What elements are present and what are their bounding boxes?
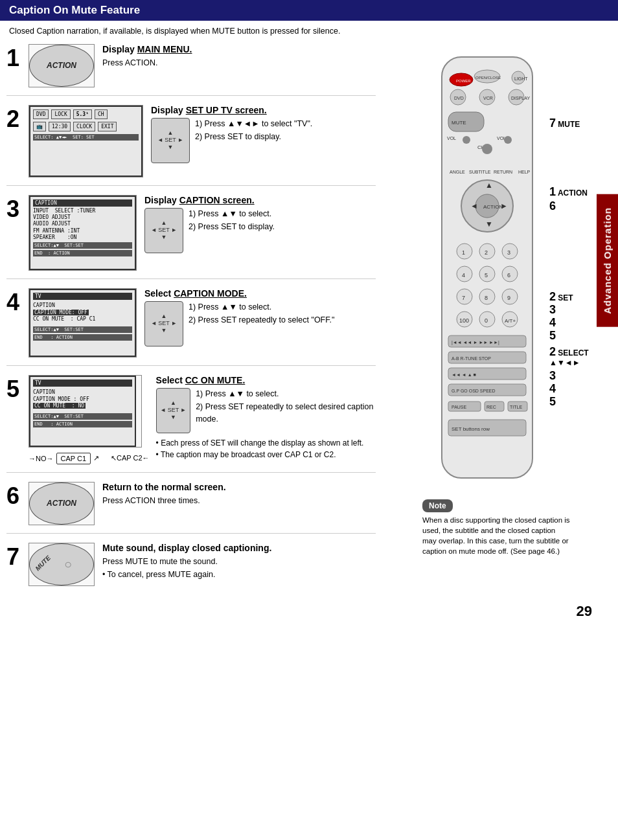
step-1-content: Display MAIN MENU. Press ACTION. xyxy=(102,44,376,69)
step-4-body: 1) Press ▲▼ to select. 2) Press SET repe… xyxy=(189,301,334,328)
remote-label-action: 1 ACTION xyxy=(549,185,588,199)
svg-text:◄◄  ◄  ▲  ■: ◄◄ ◄ ▲ ■ xyxy=(452,372,476,377)
step-1: 1 ACTION Display MAIN MENU. Press ACTION… xyxy=(6,44,376,96)
step-4-title: Select CAPTION MODE. xyxy=(144,288,376,299)
step-5-title: Select CC ON MUTE. xyxy=(156,375,376,385)
step-4-image: TV CAPTION CAPTION MODE: OFF CC ON MUTE … xyxy=(29,288,137,358)
svg-text:VCR: VCR xyxy=(483,96,493,100)
remote-column: POWER OPEN/CLOSE LIGHT DVD VCR DISPLAY M… xyxy=(382,44,612,603)
intro-text: Closed Caption narration, if available, … xyxy=(0,26,618,44)
step-5-left: TV CAPTION CAPTION MODE : OFF CC ON MUTE… xyxy=(29,375,150,464)
svg-text:HELP: HELP xyxy=(518,170,531,174)
step-2-content: Display SET UP TV screen. ▲◄ SET ►▼ 1) P… xyxy=(151,105,376,163)
step-4-sub: ▲◄ SET ►▼ 1) Press ▲▼ to select. 2) Pres… xyxy=(144,301,376,346)
nav-buttons-img-3: ▲◄ SET ►▼ xyxy=(144,208,183,253)
step-6-title: Return to the normal screen. xyxy=(102,482,376,492)
step-7-title: Mute sound, display closed captioning. xyxy=(102,543,376,553)
action-button-img-6: ACTION xyxy=(29,482,94,525)
svg-text:OPEN/CLOSE: OPEN/CLOSE xyxy=(475,76,501,80)
main-layout: 1 ACTION Display MAIN MENU. Press ACTION… xyxy=(0,44,618,603)
remote-label-4b: 4 xyxy=(549,382,556,396)
svg-text:5: 5 xyxy=(485,272,488,278)
svg-text:REC: REC xyxy=(486,405,496,409)
nav-buttons-img: ▲◄ SET ►▼ xyxy=(151,118,190,163)
step-2-image: DVD LOCK 5.3¹ CH 📺 12:30 CLOCK EXIT SELE… xyxy=(29,105,143,177)
step-3-title: Display CAPTION screen. xyxy=(144,195,376,205)
step-2-body: 1) Press ▲▼◄► to select "TV". 2) Press S… xyxy=(195,118,312,145)
step-5-image: TV CAPTION CAPTION MODE : OFF CC ON MUTE… xyxy=(29,375,142,448)
step-1-title: Display MAIN MENU. xyxy=(102,44,376,54)
step-6-image: ACTION xyxy=(29,482,95,525)
caption-screen: CAPTION INPUT SELECT :TUNER VIDEO ADJUST… xyxy=(29,196,136,270)
note-label: Note xyxy=(422,499,453,512)
remote-label-set: 2 SET xyxy=(549,290,573,304)
page-number: 29 xyxy=(0,603,618,626)
svg-text:4: 4 xyxy=(462,272,465,278)
step-2: 2 DVD LOCK 5.3¹ CH 📺 12:30 CLOCK EXIT xyxy=(6,105,376,186)
svg-text:SUBTITLE: SUBTITLE xyxy=(469,170,491,174)
remote-diagram-wrapper: POWER OPEN/CLOSE LIGHT DVD VCR DISPLAY M… xyxy=(422,44,571,603)
svg-point-16 xyxy=(463,136,470,144)
svg-text:VOL: VOL xyxy=(447,136,456,141)
menu-screen: DVD LOCK 5.3¹ CH 📺 12:30 CLOCK EXIT SELE… xyxy=(29,106,143,177)
step-2-number: 2 xyxy=(6,108,25,131)
nav-buttons-img-4: ▲◄ SET ►▼ xyxy=(144,301,183,346)
remote-label-arrows: ▲▼◄► xyxy=(549,358,580,367)
cc-mute-screen: TV CAPTION CAPTION MODE : OFF CC ON MUTE… xyxy=(29,376,136,447)
svg-text:RETURN: RETURN xyxy=(494,170,512,174)
svg-text:DVD: DVD xyxy=(454,96,464,100)
svg-text:◄: ◄ xyxy=(470,201,478,210)
mute-button-img: MUTE ○ xyxy=(29,543,94,585)
cycle-diagram: →NO→ CAP C1 ↗ ↖CAP C2← xyxy=(29,453,150,464)
svg-text:ANGLE: ANGLE xyxy=(450,170,465,174)
step-3-sub: ▲◄ SET ►▼ 1) Press ▲▼ to select. 2) Pres… xyxy=(144,208,376,253)
remote-label-select: 2 SELECT xyxy=(549,345,589,359)
svg-text:►: ► xyxy=(500,201,508,210)
step-3-image: CAPTION INPUT SELECT :TUNER VIDEO ADJUST… xyxy=(29,195,137,271)
step-6-content: Return to the normal screen. Press ACTIO… xyxy=(102,482,376,507)
step-2-title: Display SET UP TV screen. xyxy=(151,105,376,115)
remote-label-3: 3 xyxy=(549,303,556,317)
svg-point-18 xyxy=(504,136,512,144)
svg-text:9: 9 xyxy=(507,295,510,301)
step-3-number: 3 xyxy=(6,198,25,221)
svg-text:A-B  R-TUNE  STOP: A-B R-TUNE STOP xyxy=(452,356,491,361)
step-1-body: Press ACTION. xyxy=(102,57,376,69)
header-title: Caption On Mute Feature xyxy=(9,4,140,16)
step-5-body: 1) Press ▲▼ to select. 2) Press SET repe… xyxy=(196,388,376,427)
svg-text:MUTE: MUTE xyxy=(452,120,466,126)
step-3-content: Display CAPTION screen. ▲◄ SET ►▼ 1) Pre… xyxy=(144,195,376,253)
step-4-content: Select CAPTION MODE. ▲◄ SET ►▼ 1) Press … xyxy=(144,288,376,346)
svg-text:6: 6 xyxy=(507,272,510,278)
step-5-content: Select CC ON MUTE. ▲◄ SET ►▼ 1) Press ▲▼… xyxy=(156,375,376,460)
remote-label-3b: 3 xyxy=(549,369,556,383)
page-header: Caption On Mute Feature xyxy=(0,0,618,21)
step-3-body: 1) Press ▲▼ to select. 2) Press SET to d… xyxy=(189,208,275,235)
step-7-number: 7 xyxy=(6,545,25,569)
svg-text:PAUSE: PAUSE xyxy=(452,405,467,409)
step-7-body: Press MUTE to mute the sound. • To cance… xyxy=(102,556,376,582)
svg-text:▼: ▼ xyxy=(485,220,493,229)
remote-label-6: 6 xyxy=(549,199,556,213)
step-4-number: 4 xyxy=(6,291,25,314)
cap-c1-box: CAP C1 xyxy=(56,453,91,464)
svg-text:DISPLAY: DISPLAY xyxy=(511,96,530,100)
svg-text:G.P   GO  OSD SPEED: G.P GO OSD SPEED xyxy=(452,389,496,393)
step-5-notes: Each press of SET will change the displa… xyxy=(156,437,376,460)
note-section: Note When a disc supporting the closed c… xyxy=(422,499,571,556)
instructions-column: 1 ACTION Display MAIN MENU. Press ACTION… xyxy=(6,44,382,603)
svg-text:|◄◄ ◄◄ ► ►► ►►|: |◄◄ ◄◄ ► ►► ►►| xyxy=(452,340,499,345)
step-7: 7 MUTE ○ Mute sound, display closed capt… xyxy=(6,543,376,594)
svg-text:2: 2 xyxy=(485,249,488,256)
step-6-body: Press ACTION three times. xyxy=(102,495,376,507)
action-button-img: ACTION xyxy=(29,45,94,87)
svg-text:LIGHT: LIGHT xyxy=(514,76,528,81)
caption-mode-screen: TV CAPTION CAPTION MODE: OFF CC ON MUTE … xyxy=(29,289,136,357)
remote-label-4: 4 xyxy=(549,316,556,330)
remote-svg: POWER OPEN/CLOSE LIGHT DVD VCR DISPLAY M… xyxy=(422,44,552,484)
step-1-number: 1 xyxy=(6,47,25,70)
remote-label-5b: 5 xyxy=(549,395,556,409)
svg-text:0: 0 xyxy=(485,317,488,324)
svg-text:3: 3 xyxy=(507,249,510,256)
remote-label-mute: 7 MUTE xyxy=(549,117,580,130)
